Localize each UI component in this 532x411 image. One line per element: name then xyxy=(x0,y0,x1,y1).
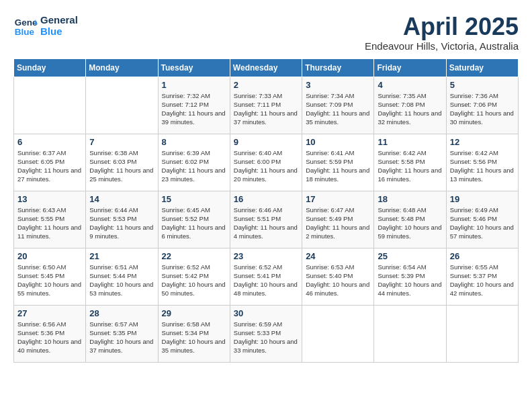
day-number: 29 xyxy=(162,308,226,318)
calendar-cell: 4Sunrise: 7:35 AM Sunset: 7:08 PM Daylig… xyxy=(374,77,446,134)
cell-info: Sunrise: 6:56 AM Sunset: 5:36 PM Dayligh… xyxy=(17,320,82,355)
day-number: 13 xyxy=(17,194,82,204)
cell-info: Sunrise: 6:42 AM Sunset: 5:56 PM Dayligh… xyxy=(450,148,515,184)
calendar-cell xyxy=(374,305,446,362)
day-number: 14 xyxy=(89,194,154,204)
logo: General Blue General Blue xyxy=(13,13,78,38)
subtitle: Endeavour Hills, Victoria, Australia xyxy=(365,40,519,52)
calendar-week-row: 6Sunrise: 6:37 AM Sunset: 6:05 PM Daylig… xyxy=(14,134,519,191)
calendar-cell: 24Sunrise: 6:53 AM Sunset: 5:40 PM Dayli… xyxy=(302,248,374,305)
day-number: 10 xyxy=(306,137,370,147)
calendar-cell: 20Sunrise: 6:50 AM Sunset: 5:45 PM Dayli… xyxy=(14,248,86,305)
day-number: 12 xyxy=(450,137,515,147)
calendar-cell: 26Sunrise: 6:55 AM Sunset: 5:37 PM Dayli… xyxy=(446,248,518,305)
day-header-monday: Monday xyxy=(86,58,158,77)
cell-info: Sunrise: 6:55 AM Sunset: 5:37 PM Dayligh… xyxy=(450,263,515,298)
cell-info: Sunrise: 7:36 AM Sunset: 7:06 PM Dayligh… xyxy=(450,91,515,127)
cell-info: Sunrise: 7:33 AM Sunset: 7:11 PM Dayligh… xyxy=(234,91,298,127)
day-number: 25 xyxy=(378,251,442,261)
calendar-week-row: 27Sunrise: 6:56 AM Sunset: 5:36 PM Dayli… xyxy=(14,305,519,362)
calendar-week-row: 20Sunrise: 6:50 AM Sunset: 5:45 PM Dayli… xyxy=(14,248,519,305)
day-number: 17 xyxy=(306,194,370,204)
day-number: 8 xyxy=(162,137,226,147)
day-header-friday: Friday xyxy=(374,58,446,77)
cell-info: Sunrise: 6:52 AM Sunset: 5:42 PM Dayligh… xyxy=(162,263,226,298)
day-number: 22 xyxy=(162,251,226,261)
calendar-cell: 9Sunrise: 6:40 AM Sunset: 6:00 PM Daylig… xyxy=(230,134,302,191)
cell-info: Sunrise: 6:53 AM Sunset: 5:40 PM Dayligh… xyxy=(306,263,370,298)
calendar-cell: 27Sunrise: 6:56 AM Sunset: 5:36 PM Dayli… xyxy=(14,305,86,362)
day-number: 21 xyxy=(89,251,154,261)
day-number: 5 xyxy=(450,80,515,90)
day-header-thursday: Thursday xyxy=(302,58,374,77)
cell-info: Sunrise: 6:46 AM Sunset: 5:51 PM Dayligh… xyxy=(234,205,298,241)
cell-info: Sunrise: 6:37 AM Sunset: 6:05 PM Dayligh… xyxy=(17,148,82,184)
cell-info: Sunrise: 7:32 AM Sunset: 7:12 PM Dayligh… xyxy=(162,91,226,127)
day-header-saturday: Saturday xyxy=(446,58,518,77)
month-title: April 2025 xyxy=(365,13,519,40)
day-number: 26 xyxy=(450,251,515,261)
day-header-sunday: Sunday xyxy=(14,58,86,77)
calendar-header-row: SundayMondayTuesdayWednesdayThursdayFrid… xyxy=(14,58,519,77)
day-number: 27 xyxy=(17,308,82,318)
logo-line1: General xyxy=(40,14,78,26)
cell-info: Sunrise: 6:40 AM Sunset: 6:00 PM Dayligh… xyxy=(234,148,298,184)
cell-info: Sunrise: 6:57 AM Sunset: 5:35 PM Dayligh… xyxy=(89,320,154,355)
day-header-wednesday: Wednesday xyxy=(230,58,302,77)
cell-info: Sunrise: 6:39 AM Sunset: 6:02 PM Dayligh… xyxy=(162,148,226,184)
cell-info: Sunrise: 6:54 AM Sunset: 5:39 PM Dayligh… xyxy=(378,263,442,298)
cell-info: Sunrise: 7:34 AM Sunset: 7:09 PM Dayligh… xyxy=(306,91,370,127)
calendar-cell: 25Sunrise: 6:54 AM Sunset: 5:39 PM Dayli… xyxy=(374,248,446,305)
calendar-cell: 12Sunrise: 6:42 AM Sunset: 5:56 PM Dayli… xyxy=(446,134,518,191)
calendar-cell: 21Sunrise: 6:51 AM Sunset: 5:44 PM Dayli… xyxy=(86,248,158,305)
day-number: 4 xyxy=(378,80,442,90)
calendar-week-row: 13Sunrise: 6:43 AM Sunset: 5:55 PM Dayli… xyxy=(14,191,519,248)
calendar-cell: 23Sunrise: 6:52 AM Sunset: 5:41 PM Dayli… xyxy=(230,248,302,305)
title-block: April 2025 Endeavour Hills, Victoria, Au… xyxy=(365,13,519,52)
day-number: 1 xyxy=(162,80,226,90)
logo-icon: General Blue xyxy=(13,13,38,38)
calendar-week-row: 1Sunrise: 7:32 AM Sunset: 7:12 PM Daylig… xyxy=(14,77,519,134)
calendar-cell: 7Sunrise: 6:38 AM Sunset: 6:03 PM Daylig… xyxy=(86,134,158,191)
day-number: 7 xyxy=(89,137,154,147)
cell-info: Sunrise: 6:51 AM Sunset: 5:44 PM Dayligh… xyxy=(89,263,154,298)
cell-info: Sunrise: 6:43 AM Sunset: 5:55 PM Dayligh… xyxy=(17,205,82,241)
day-number: 9 xyxy=(234,137,298,147)
cell-info: Sunrise: 6:45 AM Sunset: 5:52 PM Dayligh… xyxy=(162,205,226,241)
calendar-cell xyxy=(302,305,374,362)
calendar-cell xyxy=(14,77,86,134)
cell-info: Sunrise: 6:44 AM Sunset: 5:53 PM Dayligh… xyxy=(89,205,154,241)
day-number: 11 xyxy=(378,137,442,147)
day-number: 28 xyxy=(89,308,154,318)
day-number: 6 xyxy=(17,137,82,147)
calendar-cell: 28Sunrise: 6:57 AM Sunset: 5:35 PM Dayli… xyxy=(86,305,158,362)
calendar-cell: 10Sunrise: 6:41 AM Sunset: 5:59 PM Dayli… xyxy=(302,134,374,191)
cell-info: Sunrise: 6:38 AM Sunset: 6:03 PM Dayligh… xyxy=(89,148,154,184)
calendar-cell: 1Sunrise: 7:32 AM Sunset: 7:12 PM Daylig… xyxy=(158,77,230,134)
calendar-cell: 6Sunrise: 6:37 AM Sunset: 6:05 PM Daylig… xyxy=(14,134,86,191)
cell-info: Sunrise: 6:59 AM Sunset: 5:33 PM Dayligh… xyxy=(234,320,298,355)
day-number: 24 xyxy=(306,251,370,261)
calendar-cell xyxy=(446,305,518,362)
calendar-cell: 13Sunrise: 6:43 AM Sunset: 5:55 PM Dayli… xyxy=(14,191,86,248)
calendar-cell: 11Sunrise: 6:42 AM Sunset: 5:58 PM Dayli… xyxy=(374,134,446,191)
day-number: 2 xyxy=(234,80,298,90)
calendar-table: SundayMondayTuesdayWednesdayThursdayFrid… xyxy=(13,58,519,363)
calendar-cell: 18Sunrise: 6:48 AM Sunset: 5:48 PM Dayli… xyxy=(374,191,446,248)
cell-info: Sunrise: 6:49 AM Sunset: 5:46 PM Dayligh… xyxy=(450,205,515,241)
day-number: 16 xyxy=(234,194,298,204)
calendar-cell: 15Sunrise: 6:45 AM Sunset: 5:52 PM Dayli… xyxy=(158,191,230,248)
calendar-cell: 30Sunrise: 6:59 AM Sunset: 5:33 PM Dayli… xyxy=(230,305,302,362)
calendar-cell: 17Sunrise: 6:47 AM Sunset: 5:49 PM Dayli… xyxy=(302,191,374,248)
day-header-tuesday: Tuesday xyxy=(158,58,230,77)
day-number: 23 xyxy=(234,251,298,261)
day-number: 15 xyxy=(162,194,226,204)
cell-info: Sunrise: 7:35 AM Sunset: 7:08 PM Dayligh… xyxy=(378,91,442,127)
day-number: 18 xyxy=(378,194,442,204)
svg-text:Blue: Blue xyxy=(15,27,35,37)
calendar-cell: 2Sunrise: 7:33 AM Sunset: 7:11 PM Daylig… xyxy=(230,77,302,134)
calendar-cell: 8Sunrise: 6:39 AM Sunset: 6:02 PM Daylig… xyxy=(158,134,230,191)
day-number: 19 xyxy=(450,194,515,204)
calendar-cell: 19Sunrise: 6:49 AM Sunset: 5:46 PM Dayli… xyxy=(446,191,518,248)
logo-line2: Blue xyxy=(40,26,78,37)
